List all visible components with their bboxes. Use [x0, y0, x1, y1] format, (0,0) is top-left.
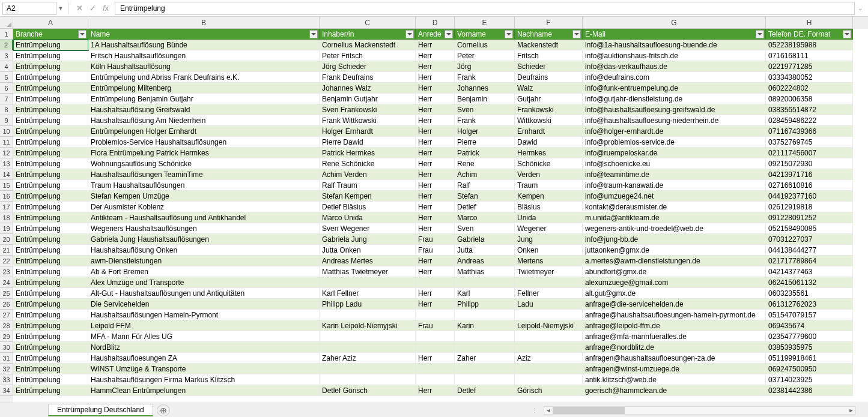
formula-bar: A2 ▼ ✕ ✓ fx Entrümpelung ⌄: [0, 0, 868, 17]
divider: [68, 2, 69, 14]
name-box-value: A2: [7, 4, 16, 13]
fx-icon[interactable]: fx: [99, 2, 112, 15]
formula-input[interactable]: Entrümpelung: [115, 2, 855, 15]
confirm-icon[interactable]: ✓: [86, 2, 99, 15]
formula-value: Entrümpelung: [120, 4, 165, 13]
expand-formula-icon[interactable]: ⌄: [855, 5, 866, 11]
name-box-dropdown-icon[interactable]: ▼: [56, 5, 65, 11]
name-box[interactable]: A2: [2, 2, 56, 15]
cancel-icon[interactable]: ✕: [73, 2, 86, 15]
